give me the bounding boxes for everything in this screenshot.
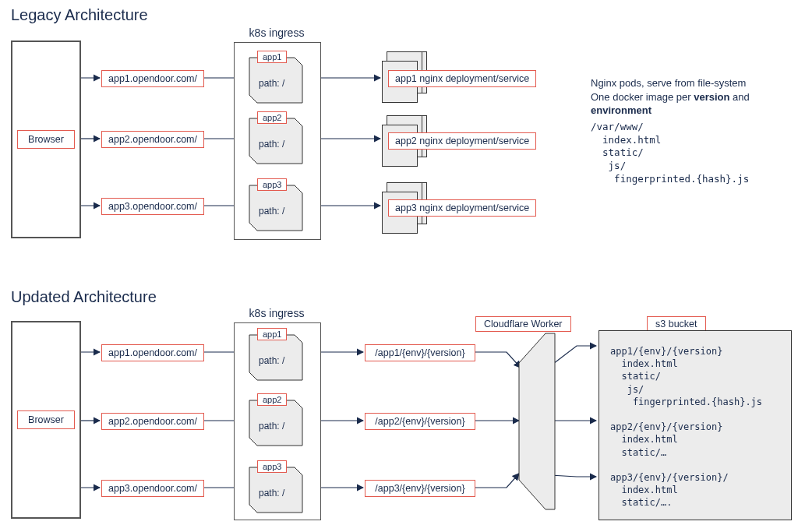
updated-ingress-app2-label: app2 <box>257 393 287 406</box>
legacy-notes: Nginx pods, serve from file-system One d… <box>591 76 793 186</box>
legacy-url-3: app3.opendoor.com/ <box>101 198 204 215</box>
updated-ingress-app2: app2 path: / <box>248 399 304 447</box>
legacy-ingress-app3-path: path: / <box>259 206 284 217</box>
svg-marker-18 <box>519 333 555 509</box>
updated-browser-label: Browser <box>17 410 75 429</box>
legacy-ingress-app1-label: app1 <box>257 51 287 63</box>
updated-ingress-app2-path: path: / <box>259 421 284 432</box>
updated-rewrite-2: /app2/{env}/{version} <box>365 413 475 430</box>
updated-rewrite-1: /app1/{env}/{version} <box>365 344 475 361</box>
legacy-deploy-3: app3 nginx deployment/service <box>388 199 536 217</box>
updated-ingress-app3: app3 path: / <box>248 466 304 514</box>
s3-label: s3 bucket <box>647 316 706 332</box>
legacy-ingress-app2: app2 path: / <box>248 117 304 165</box>
cf-worker-label: Cloudflare Worker <box>475 316 571 332</box>
updated-title: Updated Architecture <box>11 288 157 306</box>
legacy-ingress-title: k8s ingress <box>234 26 320 39</box>
legacy-notes-line2: One docker image per version and <box>591 90 793 104</box>
legacy-ingress-app1-path: path: / <box>259 78 284 89</box>
legacy-title: Legacy Architecture <box>11 6 148 24</box>
updated-ingress-app1-label: app1 <box>257 328 287 340</box>
updated-ingress-app1: app1 path: / <box>248 333 304 382</box>
legacy-notes-environment: environment <box>591 104 651 116</box>
updated-url-3: app3.opendoor.com/ <box>101 480 204 497</box>
legacy-ingress-app3-label: app3 <box>257 178 287 191</box>
updated-ingress-title: k8s ingress <box>234 307 320 319</box>
legacy-browser-frame: Browser <box>11 41 81 238</box>
updated-url-1: app1.opendoor.com/ <box>101 344 204 361</box>
legacy-notes-line2a: One docker image per <box>591 91 694 103</box>
updated-ingress-app3-path: path: / <box>259 488 284 499</box>
legacy-url-1: app1.opendoor.com/ <box>101 70 204 87</box>
legacy-browser-label: Browser <box>17 130 75 149</box>
updated-url-2: app2.opendoor.com/ <box>101 413 204 430</box>
updated-ingress-app3-label: app3 <box>257 460 287 473</box>
legacy-notes-line2b: and <box>729 91 749 103</box>
legacy-notes-code: /var/www/ index.html static/ js/ fingerp… <box>591 121 793 186</box>
legacy-notes-line1: Nginx pods, serve from file-system <box>591 76 793 90</box>
updated-rewrite-3: /app3/{env}/{version} <box>365 480 475 497</box>
legacy-ingress-app1: app1 path: / <box>248 56 304 104</box>
legacy-notes-version: version <box>694 91 729 103</box>
legacy-url-2: app2.opendoor.com/ <box>101 131 204 148</box>
s3-bucket: app1/{env}/{version} index.html static/ … <box>598 330 792 520</box>
cf-worker-shape <box>517 332 556 514</box>
legacy-ingress-app2-path: path: / <box>259 139 284 150</box>
legacy-ingress-app2-label: app2 <box>257 111 287 124</box>
diagram-stage: Legacy Architecture Browser app1.opendoo… <box>0 0 798 532</box>
s3-content: app1/{env}/{version} index.html static/ … <box>610 345 762 509</box>
updated-ingress-app1-path: path: / <box>259 355 284 366</box>
legacy-deploy-2: app2 nginx deployment/service <box>388 132 536 150</box>
legacy-deploy-1: app1 nginx deployment/service <box>388 70 536 87</box>
updated-browser-frame: Browser <box>11 321 81 519</box>
legacy-ingress-app3: app3 path: / <box>248 184 304 232</box>
